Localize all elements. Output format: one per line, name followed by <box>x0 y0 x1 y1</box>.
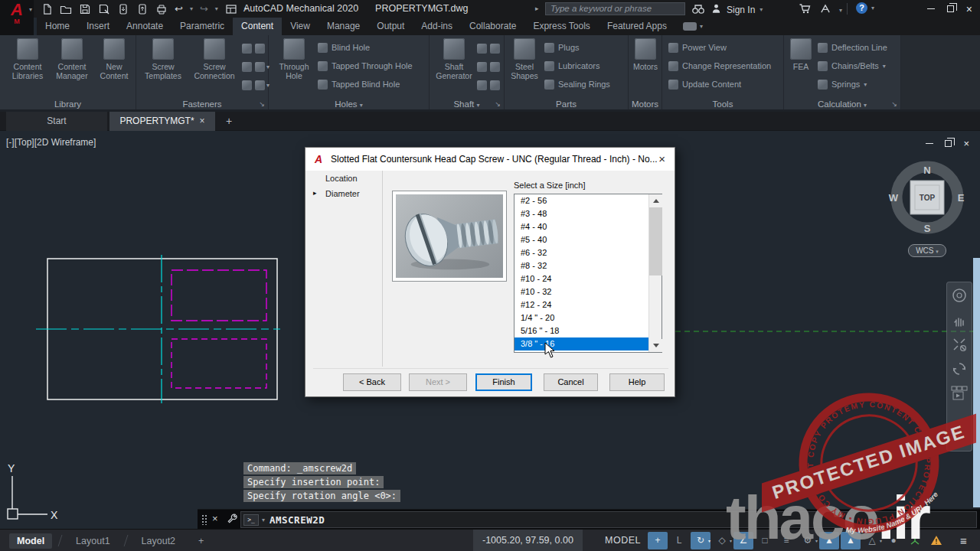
tab-view[interactable]: View <box>282 18 318 35</box>
plot-icon[interactable] <box>155 3 168 15</box>
size-option[interactable]: #6 - 32 <box>514 246 662 259</box>
help-dropdown-icon[interactable]: ▾ <box>871 5 874 11</box>
tab-collaborate[interactable]: Collaborate <box>461 18 524 35</box>
model-space-toggle[interactable]: MODEL <box>605 530 641 551</box>
shaft-profile-icon[interactable] <box>477 80 490 90</box>
spring-icon[interactable] <box>242 80 255 90</box>
deflection-line-button[interactable]: Deflection Line <box>818 38 887 57</box>
wizard-step-location[interactable]: Location <box>305 171 382 186</box>
tab-home[interactable]: Home <box>37 18 78 35</box>
open-file-icon[interactable] <box>60 3 72 15</box>
bearing-calc-icon[interactable] <box>490 44 503 54</box>
power-view-button[interactable]: Power View <box>668 38 771 57</box>
springs-button[interactable]: Springs▾ <box>818 75 887 93</box>
screw-templates-button[interactable]: Screw Templates <box>139 38 187 80</box>
tab-express-tools[interactable]: Express Tools <box>524 18 598 35</box>
redo-icon[interactable]: ↪ <box>200 3 208 15</box>
lubricators-button[interactable]: Lubricators <box>544 57 610 75</box>
shaft-curve-icon[interactable] <box>490 80 503 90</box>
save-to-mobile-icon[interactable] <box>117 3 129 15</box>
save-icon[interactable] <box>79 3 91 15</box>
scroll-thumb[interactable] <box>649 207 662 276</box>
scroll-down-button[interactable] <box>649 339 662 352</box>
parallel-keys-icon[interactable] <box>477 44 490 54</box>
undo-icon[interactable]: ↩ <box>175 3 183 15</box>
layout-tab-layout2[interactable]: Layout2 <box>134 533 183 549</box>
pan-hand-icon[interactable] <box>951 311 968 328</box>
tab-output[interactable]: Output <box>368 18 413 35</box>
new-content-button[interactable]: New Content <box>95 38 133 80</box>
redo-dropdown-icon[interactable]: ▾ <box>215 3 218 15</box>
ribbon-display-options[interactable]: ▾ <box>683 18 703 35</box>
app-menu-dropdown-icon[interactable]: ▾ <box>29 6 32 13</box>
file-tab-propertymgt[interactable]: PROPERTYMGT*× <box>109 112 215 131</box>
calculation-expander-icon[interactable]: ↘ <box>891 100 897 108</box>
file-tab-start[interactable]: Start <box>6 112 107 131</box>
back-button[interactable]: < Back <box>343 373 401 391</box>
size-option[interactable]: #10 - 32 <box>514 285 662 298</box>
orbit-icon[interactable] <box>951 360 968 377</box>
tab-manage[interactable]: Manage <box>318 18 368 35</box>
dialog-title-bar[interactable]: A Slotted Flat Countersunk Head Cap Scre… <box>305 148 675 171</box>
size-option[interactable]: 5/16 " - 18 <box>514 324 662 337</box>
content-manager-button[interactable]: Content Manager <box>51 38 93 80</box>
tab-parametric[interactable]: Parametric <box>172 18 233 35</box>
autodesk-logo-icon[interactable] <box>819 3 831 18</box>
cancel-button[interactable]: Cancel <box>544 373 598 391</box>
tab-annotate[interactable]: Annotate <box>118 18 172 35</box>
shaft-generator-button[interactable]: Shaft Generator <box>431 38 477 80</box>
viewcube[interactable]: N W E S TOP <box>887 153 971 245</box>
search-input[interactable]: Type a keyword or phrase <box>545 2 685 15</box>
minimize-icon[interactable] <box>927 8 935 9</box>
app-logo-button[interactable]: A M ▾ <box>0 0 34 35</box>
size-option[interactable]: #4 - 40 <box>514 220 662 233</box>
help-button[interactable]: Help <box>609 373 665 391</box>
dialog-close-icon[interactable]: × <box>658 152 665 165</box>
fasteners-expander-icon[interactable]: ↘ <box>259 100 265 108</box>
shaft-chart-icon[interactable] <box>477 62 490 72</box>
ortho-mode-toggle[interactable]: L <box>669 532 689 549</box>
size-option[interactable]: #3 - 48 <box>514 207 662 220</box>
save-as-icon[interactable] <box>98 3 110 15</box>
command-bar-grip[interactable] <box>201 514 208 525</box>
update-content-button[interactable]: Update Content <box>668 75 771 93</box>
fea-button[interactable]: FEA <box>786 38 816 71</box>
size-list-scrollbar[interactable] <box>648 194 662 352</box>
recent-commands-dropdown-icon[interactable]: ▾ <box>262 517 265 523</box>
blind-hole-button[interactable]: Blind Hole <box>318 38 413 57</box>
open-from-mobile-icon[interactable] <box>136 3 149 15</box>
change-representation-button[interactable]: Change Representation <box>668 57 771 75</box>
nut-icon[interactable] <box>242 62 255 72</box>
through-hole-button[interactable]: Through Hole <box>273 38 315 80</box>
panel-title-calculation[interactable]: Calculation ▾ <box>784 99 900 109</box>
size-option[interactable]: #8 - 32 <box>514 259 662 272</box>
help-icon[interactable]: ? <box>856 2 867 14</box>
tab-content[interactable]: Content <box>233 18 282 35</box>
tab-add-ins[interactable]: Add-ins <box>413 18 461 35</box>
sign-in-dropdown-icon[interactable]: ▾ <box>760 6 763 13</box>
screw-icon[interactable] <box>242 44 255 54</box>
size-option[interactable]: 1/4 " - 20 <box>514 311 662 324</box>
layout-tab-model[interactable]: Model <box>9 533 52 549</box>
content-libraries-button[interactable]: Content Libraries <box>6 38 49 80</box>
screw-connection-button[interactable]: Screw Connection <box>188 38 240 80</box>
sealing-rings-button[interactable]: Sealing Rings <box>544 75 610 93</box>
wizard-step-diameter[interactable]: ▸Diameter <box>305 186 382 201</box>
size-option[interactable]: #2 - 56 <box>514 194 662 207</box>
search-binoculars-icon[interactable] <box>691 3 705 18</box>
tab-featured-apps[interactable]: Featured Apps <box>599 18 675 35</box>
size-list[interactable]: #2 - 56 #3 - 48 #4 - 40 #5 - 40 #6 - 32 … <box>514 194 662 353</box>
close-icon[interactable]: × <box>966 4 972 15</box>
size-option-selected[interactable]: 3/8 " - 16 <box>514 337 662 350</box>
undo-dropdown-icon[interactable]: ▾ <box>190 3 193 15</box>
plugs-button[interactable]: Plugs <box>544 38 610 57</box>
new-drawing-tab-button[interactable]: + <box>220 112 237 131</box>
size-option[interactable]: #5 - 40 <box>514 233 662 246</box>
size-option[interactable]: #12 - 24 <box>514 298 662 311</box>
finish-button[interactable]: Finish <box>475 373 532 391</box>
panel-title-holes[interactable]: Holes ▾ <box>269 99 429 109</box>
motors-button[interactable]: Motors <box>630 38 661 71</box>
autodesk-dropdown-icon[interactable]: ▾ <box>839 7 842 14</box>
zoom-icon[interactable] <box>951 336 968 353</box>
file-tab-close-icon[interactable]: × <box>200 116 205 126</box>
